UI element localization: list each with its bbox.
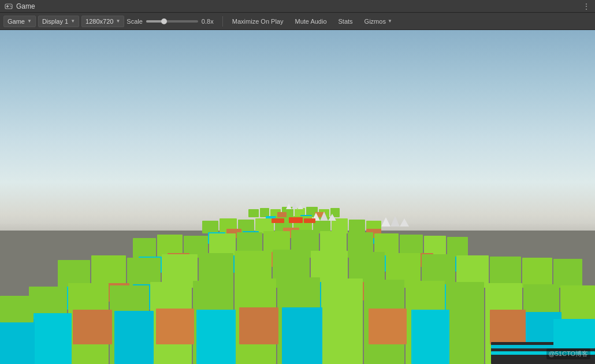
game-label: Game [8,18,25,25]
svg-rect-107 [73,310,112,344]
game-viewport: @51CTO博客 [0,30,595,364]
maximize-on-play-button[interactable]: Maximize On Play [228,15,288,28]
svg-marker-18 [292,202,298,209]
svg-rect-77 [553,259,582,288]
scale-label: Scale [127,18,143,25]
mute-audio-button[interactable]: Mute Audio [290,15,331,28]
svg-marker-17 [286,203,292,209]
watermark: @51CTO博客 [546,348,590,359]
block-scene [0,30,595,364]
svg-marker-42 [400,218,409,226]
display-arrow: ▼ [70,18,75,24]
gizmos-arrow: ▼ [388,18,392,24]
svg-rect-105 [411,310,449,364]
svg-rect-64 [91,255,126,288]
resolution-dropdown[interactable]: 1280x720 ▼ [81,16,124,27]
svg-rect-111 [490,310,526,344]
svg-rect-103 [196,310,236,364]
svg-rect-116 [0,319,35,364]
scale-container: Scale 0.8x [127,18,218,25]
display-dropdown[interactable]: Display 1 ▼ [38,16,79,27]
svg-rect-43 [133,238,156,258]
svg-rect-76 [522,258,552,288]
svg-rect-2 [6,6,9,7]
resolution-label: 1280x720 [85,18,113,25]
game-dropdown[interactable]: Game ▼ [3,16,36,27]
scale-value: 0.8x [202,18,218,25]
game-arrow: ▼ [27,18,32,24]
gizmos-button[interactable]: Gizmos ▼ [360,15,397,28]
title-bar: Game ⋮ [0,0,595,13]
svg-rect-75 [490,257,521,288]
separator-1 [222,16,223,27]
svg-rect-5 [248,209,259,217]
svg-rect-119 [289,217,303,223]
toolbar: Game ▼ Display 1 ▼ 1280x720 ▼ Scale 0.8x… [0,13,595,30]
svg-rect-108 [156,309,194,344]
stats-button[interactable]: Stats [334,15,358,28]
scale-slider[interactable] [146,20,198,23]
svg-rect-117 [0,296,34,322]
svg-rect-109 [239,307,278,344]
title-bar-menu[interactable]: ⋮ [582,2,590,11]
svg-rect-102 [114,311,154,364]
svg-rect-104 [282,307,322,364]
scale-slider-thumb [161,18,167,24]
svg-rect-28 [349,220,365,233]
svg-marker-40 [381,217,391,226]
svg-rect-97 [446,282,484,364]
gizmos-label: Gizmos [365,18,386,25]
game-icon [5,2,13,10]
svg-rect-110 [369,309,407,344]
svg-marker-41 [391,216,400,226]
svg-rect-15 [277,212,287,218]
display-label: Display 1 [42,18,68,25]
svg-rect-118 [272,218,284,223]
resolution-arrow: ▼ [116,18,120,24]
svg-rect-120 [304,218,315,223]
svg-point-4 [10,6,12,7]
svg-marker-19 [298,205,303,209]
title-bar-label: Game [16,2,35,10]
svg-rect-6 [260,208,269,217]
svg-rect-115 [553,319,595,348]
svg-rect-101 [34,313,72,364]
svg-rect-20 [202,221,218,233]
svg-rect-94 [321,278,363,364]
svg-point-3 [10,5,11,6]
